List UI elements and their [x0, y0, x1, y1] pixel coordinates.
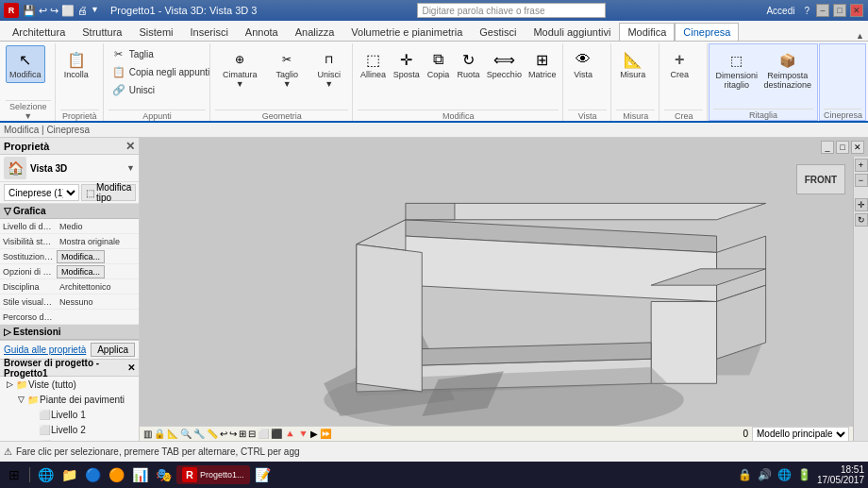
tree-livello1[interactable]: ⬜ Livello 1: [0, 407, 139, 422]
unisci-geom-btn[interactable]: ⊓ Unisci ▼: [309, 45, 348, 93]
newdoc-icon[interactable]: ⬜: [61, 5, 75, 17]
vb-icon15[interactable]: ⏩: [320, 429, 331, 439]
tray-icon1[interactable]: 🔒: [738, 468, 752, 481]
copia-el-icon: ⧉: [426, 48, 449, 71]
estensioni-section[interactable]: ▷ Estensioni: [0, 325, 139, 340]
tab-cinepresa[interactable]: Cinepresa: [675, 23, 739, 41]
tab-annota[interactable]: Annota: [237, 23, 287, 41]
tray-icon3[interactable]: 🌐: [777, 468, 792, 481]
copia-el-btn[interactable]: ⧉ Copia: [424, 45, 452, 83]
ruota-btn[interactable]: ↻ Ruota: [454, 45, 482, 83]
incolla-icon: 📋: [65, 48, 88, 71]
tree-planimetria[interactable]: ⬜ Planimetria: [0, 437, 139, 441]
incolla-btn[interactable]: 📋 Incolla: [60, 45, 92, 83]
reimposta-btn[interactable]: 📦 Reimpostadestinazione: [761, 46, 813, 93]
tree-viste-tutto[interactable]: ▷ 📁 Viste (tutto): [0, 377, 139, 392]
livello2-label: Livello 2: [51, 425, 86, 435]
vb-icon2[interactable]: 📐: [167, 429, 178, 439]
view-type-dropdown[interactable]: ▼: [126, 163, 135, 173]
visibilita-value: Mostra originale: [57, 236, 139, 247]
model-selector[interactable]: Modello principale: [752, 427, 849, 442]
tab-sistemi[interactable]: Sistemi: [130, 23, 181, 41]
taskbar-explorer[interactable]: 📁: [58, 464, 79, 485]
redo-icon[interactable]: ↪: [50, 5, 58, 17]
close-btn[interactable]: ✕: [850, 4, 863, 17]
sposta-btn[interactable]: ✛ Sposta: [391, 45, 423, 83]
stile-label: Stile visualizza...: [0, 296, 57, 308]
grafica-section[interactable]: ▽ Grafica: [0, 204, 139, 219]
tree-livello2[interactable]: ⬜ Livello 2: [0, 422, 139, 437]
title-bar-left: R 💾 ↩ ↪ ⬜ 🖨 ▼ Progetto1 - Vista 3D: Vist…: [4, 3, 257, 18]
dropdown-icon[interactable]: ▼: [91, 5, 99, 17]
tab-moduli[interactable]: Moduli aggiuntivi: [525, 23, 619, 41]
allinea-btn[interactable]: ⬚ Allinea: [358, 45, 389, 83]
vista-btn[interactable]: 👁 Vista: [568, 45, 598, 83]
matrice-btn[interactable]: ⊞ Matrice: [526, 45, 559, 83]
prop-stile: Stile visualizza... Nessuno: [0, 294, 139, 310]
misura-btn[interactable]: 📐 Misura: [616, 45, 649, 83]
taskbar-app4[interactable]: 🟠: [106, 464, 126, 485]
tab-modifica[interactable]: Modifica: [619, 23, 675, 41]
dimensioni-ritaglio-btn[interactable]: ⬚ Dimensioniritaglio: [713, 46, 760, 93]
print-icon[interactable]: 🖨: [77, 5, 88, 17]
properties-close-btn[interactable]: ✕: [125, 140, 135, 153]
applica-btn[interactable]: Applica: [91, 343, 135, 357]
taskbar-revit[interactable]: R Progetto1...: [176, 465, 250, 484]
unisci-btn[interactable]: 🔗 Unisci: [108, 81, 213, 98]
start-btn[interactable]: ⊞: [4, 464, 25, 485]
taskbar-notepad[interactable]: 📝: [253, 464, 274, 485]
specchio-btn[interactable]: ⟺ Specchio: [484, 45, 524, 83]
taglio-label: Taglio ▼: [272, 71, 302, 90]
vb-icon8[interactable]: ⊞: [239, 429, 246, 439]
vb-icon10[interactable]: ⬜: [258, 429, 269, 439]
vb-icon4[interactable]: 🔧: [193, 429, 205, 439]
copia-btn[interactable]: 📋 Copia negli appunti: [108, 63, 213, 80]
taskbar-browser[interactable]: 🌐: [35, 464, 56, 485]
tab-expand-icon[interactable]: ▲: [852, 31, 868, 41]
browser-close-btn[interactable]: ✕: [127, 362, 135, 373]
viste-tutto-label: Viste (tutto): [28, 379, 76, 390]
tab-inserisci[interactable]: Inserisci: [182, 23, 237, 41]
camera-select[interactable]: Cineprese (1): [4, 184, 79, 201]
modifica-btn[interactable]: ↖ Modifica: [6, 45, 45, 83]
taglio-btn[interactable]: ✂ Taglio ▼: [268, 45, 306, 93]
tab-struttura[interactable]: Struttura: [74, 23, 130, 41]
tray-icon2[interactable]: 🔊: [758, 468, 772, 481]
vb-icon5[interactable]: 📏: [207, 429, 218, 439]
sostituzioni-btn[interactable]: Modifica...: [57, 250, 105, 263]
tab-architettura[interactable]: Architettura: [4, 23, 74, 41]
guida-link[interactable]: Guida alle proprietà: [4, 345, 87, 355]
modify-type-btn[interactable]: ⬚ Modifica tipo: [81, 184, 136, 201]
taskbar-ppt[interactable]: 🎭: [153, 464, 174, 485]
vb-icon13[interactable]: 🔻: [297, 429, 309, 439]
sostituzioni-label: Sostituzioni vi...: [0, 251, 57, 262]
tray-icon4[interactable]: 🔋: [797, 468, 811, 481]
tree-piante-pav[interactable]: ▽ 📁 Piante dei pavimenti: [0, 392, 139, 407]
quick-save-icon[interactable]: 💾: [23, 5, 36, 17]
unisci-geom-icon: ⊓: [318, 48, 341, 71]
modifica-label: Modifica: [9, 71, 42, 80]
tab-volumetrie[interactable]: Volumetrie e pianimetria: [342, 23, 471, 41]
tab-analizza[interactable]: Analizza: [287, 23, 343, 41]
accedi-link[interactable]: Accedi: [766, 6, 794, 16]
minimize-btn[interactable]: –: [816, 4, 829, 17]
cimatura-btn[interactable]: ⊕ Cimatura ▼: [215, 45, 264, 93]
vb-icon9[interactable]: ⊟: [248, 429, 256, 439]
vb-icon6[interactable]: ↩: [220, 429, 227, 439]
vb-icon12[interactable]: 🔺: [284, 429, 295, 439]
taskbar-app3[interactable]: 🔵: [82, 464, 103, 485]
vb-icon1[interactable]: 🔒: [154, 429, 165, 439]
vb-icon11[interactable]: ⬛: [271, 429, 282, 439]
vb-icon14[interactable]: ▶: [310, 429, 318, 439]
crea-btn[interactable]: + Crea: [664, 45, 694, 83]
taskbar-excel[interactable]: 📊: [129, 464, 150, 485]
taglia-btn[interactable]: ✂ Taglia: [108, 45, 213, 62]
undo-icon[interactable]: ↩: [39, 5, 47, 17]
help-btn[interactable]: ?: [804, 6, 810, 16]
maximize-btn[interactable]: □: [833, 4, 846, 17]
opzioni-btn[interactable]: Modifica...: [57, 265, 105, 278]
vb-icon3[interactable]: 🔍: [180, 429, 192, 439]
ribbon-group-selezione: ↖ Modifica Selezione ▼: [2, 43, 56, 121]
vb-icon7[interactable]: ↪: [229, 429, 237, 439]
tab-gestisci[interactable]: Gestisci: [471, 23, 525, 41]
